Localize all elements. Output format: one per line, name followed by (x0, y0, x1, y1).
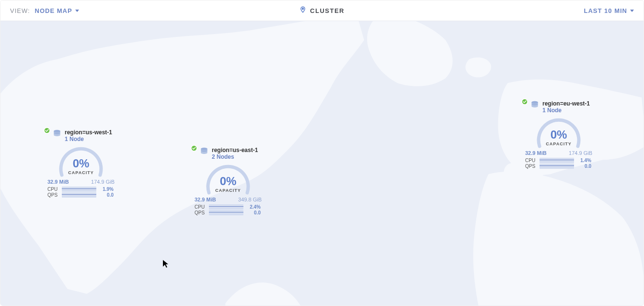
database-icon (52, 129, 62, 139)
view-switcher: VIEW: NODE MAP (10, 7, 79, 14)
metric-row-qps: QPS 0.0 (47, 192, 115, 198)
page: VIEW: NODE MAP CLUSTER LAST 10 MIN (0, 0, 644, 306)
metric-value: 0.0 (577, 164, 591, 169)
metric-label: CPU (47, 187, 59, 192)
metric-label: CPU (525, 158, 537, 163)
timerange-text: LAST 10 MIN (584, 7, 627, 14)
view-dropdown[interactable]: NODE MAP (35, 7, 79, 14)
metric-row-cpu: CPU 1.4% (525, 158, 592, 163)
svg-point-0 (302, 8, 304, 10)
node-card-us-west-1[interactable]: region=us-west-1 1 Node 0% CAPACITY 32.9… (43, 129, 119, 198)
database-icon (199, 147, 209, 156)
timerange-dropdown[interactable]: LAST 10 MIN (584, 7, 634, 14)
timerange-switcher: LAST 10 MIN (584, 7, 634, 14)
capacity-pct: 0% (204, 176, 252, 187)
status-healthy-icon (191, 145, 197, 152)
metric-row-cpu: CPU 2.4% (195, 204, 262, 210)
metric-value: 0.0 (99, 192, 114, 198)
node-map[interactable]: region=us-west-1 1 Node 0% CAPACITY 32.9… (0, 21, 644, 306)
node-count[interactable]: 1 Node (65, 136, 112, 143)
node-count[interactable]: 2 Nodes (212, 153, 258, 161)
capacity-pct: 0% (535, 129, 583, 141)
capacity-used: 32.9 MiB (47, 179, 69, 185)
metric-row-qps: QPS 0.0 (525, 164, 592, 169)
metric-label: QPS (47, 192, 59, 198)
capacity-label: CAPACITY (57, 170, 105, 175)
capacity-used: 32.9 MiB (525, 150, 547, 156)
region-label: region=eu-west-1 (542, 100, 590, 107)
chevron-down-icon (630, 10, 634, 12)
capacity-row: 32.9 MiB 174.9 GiB (47, 179, 115, 185)
breadcrumb: CLUSTER (299, 6, 345, 15)
database-icon (530, 100, 540, 110)
region-label: region=us-east-1 (212, 147, 258, 153)
capacity-gauge: 0% CAPACITY (57, 145, 105, 178)
capacity-total: 174.9 GiB (91, 179, 115, 185)
region-label: region=us-west-1 (65, 129, 112, 136)
capacity-label: CAPACITY (535, 141, 583, 146)
capacity-total: 349.8 GiB (238, 197, 262, 202)
capacity-label: CAPACITY (204, 188, 252, 193)
metric-row-cpu: CPU 1.9% (47, 187, 115, 192)
metric-row-qps: QPS 0.0 (195, 210, 262, 215)
sparkline (540, 158, 574, 163)
node-card-eu-west-1[interactable]: region=eu-west-1 1 Node 0% CAPACITY 32.9… (520, 100, 597, 169)
metric-label: QPS (525, 164, 537, 169)
capacity-pct: 0% (57, 158, 105, 169)
metric-value: 1.4% (577, 158, 591, 163)
metric-label: CPU (195, 204, 206, 210)
status-healthy-icon (521, 98, 528, 105)
sparkline (62, 192, 96, 198)
capacity-gauge: 0% CAPACITY (535, 117, 583, 149)
node-count[interactable]: 1 Node (542, 107, 590, 115)
node-card-us-east-1[interactable]: region=us-east-1 2 Nodes 0% CAPACITY 32.… (190, 147, 266, 216)
chevron-down-icon (75, 10, 79, 12)
view-label: VIEW: (10, 7, 30, 14)
pin-icon (299, 6, 306, 15)
node-header: region=eu-west-1 1 Node (520, 100, 597, 115)
status-healthy-icon (44, 127, 50, 134)
capacity-gauge: 0% CAPACITY (204, 163, 252, 196)
node-header: region=us-west-1 1 Node (43, 129, 119, 143)
cursor-icon (162, 259, 169, 268)
metric-value: 2.4% (246, 204, 261, 210)
capacity-row: 32.9 MiB 174.9 GiB (525, 150, 592, 156)
metric-value: 0.0 (246, 210, 261, 215)
sparkline (209, 210, 243, 215)
metric-label: QPS (195, 210, 206, 215)
sparkline (540, 164, 574, 169)
capacity-row: 32.9 MiB 349.8 GiB (195, 197, 262, 202)
sparkline (62, 187, 96, 192)
page-title: CLUSTER (310, 7, 345, 14)
capacity-total: 174.9 GiB (569, 150, 592, 156)
topbar: VIEW: NODE MAP CLUSTER LAST 10 MIN (0, 0, 644, 21)
node-header: region=us-east-1 2 Nodes (190, 147, 266, 161)
metric-value: 1.9% (99, 187, 114, 192)
view-value-text: NODE MAP (35, 7, 72, 14)
capacity-used: 32.9 MiB (195, 197, 216, 202)
sparkline (209, 204, 243, 210)
